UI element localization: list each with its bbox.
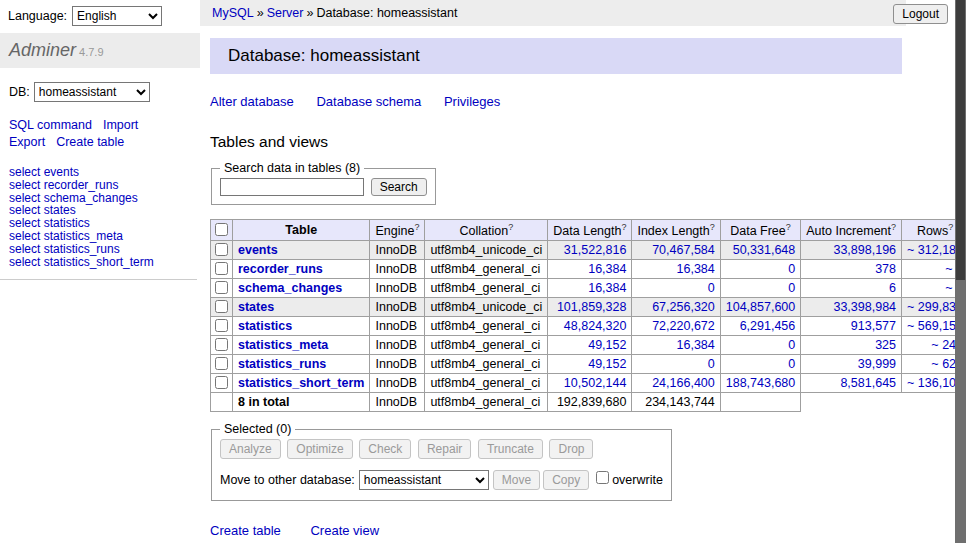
row-select-checkbox[interactable]	[215, 376, 228, 389]
sidebar-link-sql-command[interactable]: SQL command	[9, 118, 92, 132]
logout-button[interactable]: Logout	[893, 4, 948, 24]
help-link[interactable]: ?	[414, 222, 419, 232]
sidebar-item-select-statistics-short-term[interactable]: select statistics_short_term	[9, 256, 188, 269]
row-select-checkbox[interactable]	[215, 243, 228, 256]
data-free-cell[interactable]: 0	[720, 336, 801, 355]
help-link[interactable]: ?	[621, 222, 626, 232]
db-select[interactable]: homeassistant	[34, 82, 150, 102]
data-length-cell[interactable]: 49,152	[548, 355, 632, 374]
app-name[interactable]: Adminer	[9, 40, 76, 60]
language-select[interactable]: English	[72, 6, 162, 26]
breadcrumb-current: Database: homeassistant	[316, 6, 457, 20]
data-length-cell[interactable]: 31,522,816	[548, 241, 632, 260]
row-select-checkbox[interactable]	[215, 300, 228, 313]
row-select-checkbox[interactable]	[215, 281, 228, 294]
help-link[interactable]: ?	[786, 222, 791, 232]
table-name-link[interactable]: statistics_runs	[238, 357, 326, 371]
auto-increment-cell[interactable]: 33,398,984	[801, 298, 902, 317]
sidebar-item-select-statistics-meta[interactable]: select statistics_meta	[9, 230, 188, 243]
privileges-link[interactable]: Privileges	[444, 94, 500, 109]
collation-cell: utf8mb4_unicode_ci	[425, 241, 548, 260]
table-name-link[interactable]: states	[238, 300, 274, 314]
table-row: states InnoDB utf8mb4_unicode_ci 101,859…	[211, 298, 966, 317]
move-row: Move to other database:homeassistantMove…	[220, 468, 663, 490]
data-length-cell[interactable]: 16,384	[548, 260, 632, 279]
row-select-checkbox[interactable]	[215, 357, 228, 370]
create-view-link[interactable]: Create view	[310, 523, 379, 538]
table-name-link[interactable]: statistics	[238, 319, 292, 333]
index-length-cell[interactable]: 0	[632, 355, 720, 374]
sidebar-item-select-statistics-runs[interactable]: select statistics_runs	[9, 243, 188, 256]
row-select-checkbox[interactable]	[215, 338, 228, 351]
index-length-cell[interactable]: 16,384	[632, 260, 720, 279]
index-length-cell[interactable]: 70,467,584	[632, 241, 720, 260]
sidebar-item-select-recorder-runs[interactable]: select recorder_runs	[9, 179, 188, 192]
total-empty-cell	[211, 393, 233, 412]
row-select-checkbox[interactable]	[215, 319, 228, 332]
data-free-cell[interactable]: 104,857,600	[720, 298, 801, 317]
auto-increment-cell[interactable]: 378	[801, 260, 902, 279]
table-name-link[interactable]: statistics_short_term	[238, 376, 364, 390]
help-link[interactable]: ?	[891, 222, 896, 232]
row-select-checkbox[interactable]	[215, 262, 228, 275]
collation-cell: utf8mb4_general_ci	[425, 374, 548, 393]
sidebar-link-create-table[interactable]: Create table	[56, 135, 124, 149]
header-checkbox-cell	[211, 220, 233, 241]
index-length-cell[interactable]: 16,384	[632, 336, 720, 355]
index-length-cell[interactable]: 0	[632, 279, 720, 298]
help-link[interactable]: ?	[508, 222, 513, 232]
auto-increment-cell[interactable]: 6	[801, 279, 902, 298]
table-row: recorder_runs InnoDB utf8mb4_general_ci …	[211, 260, 966, 279]
sidebar-item-select-events[interactable]: select events	[9, 166, 188, 179]
alter-database-link[interactable]: Alter database	[210, 94, 294, 109]
data-free-cell[interactable]: 6,291,456	[720, 317, 801, 336]
auto-increment-cell[interactable]: 325	[801, 336, 902, 355]
data-length-cell[interactable]: 16,384	[548, 279, 632, 298]
data-free-cell[interactable]: 50,331,648	[720, 241, 801, 260]
help-link[interactable]: ?	[710, 222, 715, 232]
data-free-cell[interactable]: 0	[720, 260, 801, 279]
header-table[interactable]: Table	[233, 220, 370, 241]
move-db-select[interactable]: homeassistant	[359, 470, 489, 490]
scrollbar-thumb[interactable]	[956, 0, 965, 280]
total-data-length-cell: 192,839,680	[548, 393, 632, 412]
sidebar-link-import[interactable]: Import	[103, 118, 138, 132]
engine-cell: InnoDB	[370, 317, 425, 336]
help-link[interactable]: ?	[948, 222, 953, 232]
engine-cell: InnoDB	[370, 241, 425, 260]
overwrite-checkbox[interactable]	[596, 471, 609, 484]
data-free-cell[interactable]: 0	[720, 279, 801, 298]
data-free-cell[interactable]: 188,743,680	[720, 374, 801, 393]
table-name-link[interactable]: events	[238, 243, 278, 257]
auto-increment-cell[interactable]: 39,999	[801, 355, 902, 374]
data-free-cell[interactable]: 0	[720, 355, 801, 374]
vertical-scrollbar[interactable]	[955, 0, 966, 543]
engine-cell: InnoDB	[370, 355, 425, 374]
table-name-link[interactable]: recorder_runs	[238, 262, 323, 276]
auto-increment-cell[interactable]: 8,581,645	[801, 374, 902, 393]
database-schema-link[interactable]: Database schema	[316, 94, 421, 109]
search-input[interactable]	[220, 178, 364, 196]
index-length-cell[interactable]: 67,256,320	[632, 298, 720, 317]
breadcrumb-mysql-link[interactable]: MySQL	[212, 6, 254, 20]
data-length-cell[interactable]: 48,824,320	[548, 317, 632, 336]
select-all-checkbox[interactable]	[215, 223, 228, 236]
total-engine-cell: InnoDB	[370, 393, 425, 412]
sidebar-link-export[interactable]: Export	[9, 135, 45, 149]
auto-increment-cell[interactable]: 33,898,196	[801, 241, 902, 260]
data-length-cell[interactable]: 49,152	[548, 336, 632, 355]
auto-increment-cell[interactable]: 913,577	[801, 317, 902, 336]
search-legend: Search data in tables (8)	[220, 161, 364, 175]
repair-button: Repair	[418, 439, 471, 459]
index-length-cell[interactable]: 24,166,400	[632, 374, 720, 393]
search-button[interactable]: Search	[371, 178, 427, 196]
create-table-link[interactable]: Create table	[210, 523, 281, 538]
data-length-cell[interactable]: 101,859,328	[548, 298, 632, 317]
data-length-cell[interactable]: 10,502,144	[548, 374, 632, 393]
breadcrumb-server-link[interactable]: Server	[267, 6, 304, 20]
table-name-link[interactable]: schema_changes	[238, 281, 342, 295]
page-title: Database: homeassistant	[210, 38, 902, 74]
index-length-cell[interactable]: 72,220,672	[632, 317, 720, 336]
breadcrumb-separator: »	[306, 6, 313, 20]
table-name-link[interactable]: statistics_meta	[238, 338, 328, 352]
